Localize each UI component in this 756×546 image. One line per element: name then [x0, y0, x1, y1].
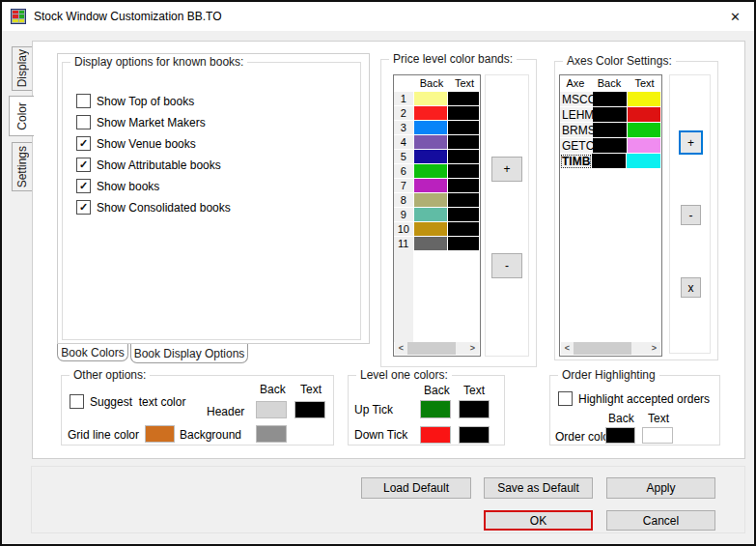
header-back-swatch[interactable]	[256, 401, 287, 418]
scroll-left-icon[interactable]: <	[395, 342, 407, 355]
scroll-right-icon[interactable]: >	[466, 342, 479, 355]
footer-panel: Load Default Save as Default Apply OK Ca…	[31, 466, 745, 533]
checkbox-show-market-makers[interactable]: Show Market Makers	[76, 115, 231, 129]
scroll-left-icon[interactable]: <	[561, 342, 574, 355]
price-bands-group: Price level color bands: Back Text 1 2 3…	[380, 59, 537, 367]
close-icon[interactable]: ✕	[730, 10, 741, 24]
text-swatch	[448, 92, 480, 106]
text-swatch	[628, 107, 661, 123]
ok-button[interactable]: OK	[484, 510, 593, 531]
checkbox-suggest-text-color[interactable]: Suggest text color	[70, 394, 185, 409]
order-text-swatch[interactable]	[642, 427, 673, 444]
axes-settings-group: Axes Color Settings: Axe Back Text MSCO …	[554, 61, 718, 360]
grid-line-color-swatch[interactable]	[145, 425, 175, 443]
scroll-thumb[interactable]	[574, 342, 631, 355]
tab-display[interactable]: Display	[12, 46, 33, 91]
table-row[interactable]: 3	[394, 121, 480, 135]
order-back-swatch[interactable]	[605, 427, 635, 444]
table-row[interactable]: 7	[394, 179, 480, 193]
checkbox-show-venue-books[interactable]: ✓Show Venue books	[76, 136, 231, 151]
text-swatch	[448, 135, 480, 150]
axes-add-button[interactable]: +	[679, 130, 703, 155]
price-bands-button-panel: + -	[485, 74, 529, 357]
back-swatch	[414, 106, 448, 121]
title-bar: Stock Window Customization BB.TO ✕	[2, 2, 754, 31]
checkbox-box	[76, 94, 91, 108]
down-tick-text-swatch[interactable]	[459, 426, 490, 444]
back-swatch	[593, 107, 628, 123]
checkbox-highlight-accepted-orders[interactable]: Highlight accepted orders	[558, 391, 710, 406]
table-row[interactable]: LEHM	[560, 107, 661, 123]
tab-color[interactable]: Color	[9, 96, 34, 136]
color-tab-page: Display options for known books: Show To…	[32, 41, 745, 459]
checkbox-show-attributable-books[interactable]: ✓Show Attributable books	[76, 158, 231, 172]
table-row[interactable]: 5	[394, 150, 480, 164]
checkbox-box	[558, 391, 573, 406]
checkbox-box	[70, 394, 84, 409]
price-band-add-button[interactable]: +	[491, 157, 522, 182]
axes-settings-group-title: Axes Color Settings:	[563, 54, 676, 68]
load-default-button[interactable]: Load Default	[361, 477, 471, 499]
table-row[interactable]: 10	[394, 222, 480, 237]
other-options-group-title: Other options:	[70, 368, 150, 382]
price-band-remove-button[interactable]: -	[491, 253, 522, 278]
text-swatch	[628, 123, 661, 138]
axes-remove-button[interactable]: -	[681, 205, 701, 225]
table-row selected-row[interactable]: TIMB	[560, 154, 661, 169]
checkbox-show-books[interactable]: ✓Show books	[76, 179, 231, 193]
column-header-text: Text	[648, 412, 669, 425]
back-swatch	[593, 138, 628, 154]
checkbox-show-consolidated-books[interactable]: ✓Show Consolidated books	[76, 200, 231, 215]
axes-table[interactable]: Axe Back Text MSCO LEHM BRMS GETC TIMB <…	[559, 74, 662, 357]
text-swatch	[448, 106, 480, 121]
price-bands-group-title: Price level color bands:	[389, 52, 517, 66]
back-swatch	[592, 154, 628, 169]
app-icon	[11, 9, 26, 24]
table-row[interactable]: 1	[394, 92, 480, 106]
text-swatch	[628, 92, 661, 107]
book-options-group: Display options for known books: Show To…	[62, 62, 361, 340]
axes-button-panel: + - x	[669, 74, 711, 354]
column-header-back: Back	[260, 383, 286, 396]
cancel-button[interactable]: Cancel	[606, 510, 715, 531]
tab-settings[interactable]: Settings	[12, 142, 33, 191]
up-tick-label: Up Tick	[354, 403, 393, 417]
column-header-text: Text	[300, 383, 322, 396]
text-swatch	[448, 193, 480, 208]
down-tick-back-swatch[interactable]	[420, 426, 451, 444]
window-title: Stock Window Customization BB.TO	[34, 10, 222, 23]
column-header-back: Back	[608, 412, 634, 425]
checkbox-show-top-of-books[interactable]: Show Top of books	[76, 94, 231, 108]
scroll-thumb[interactable]	[407, 342, 456, 355]
back-swatch	[414, 135, 448, 150]
level-one-group-title: Level one colors:	[356, 368, 452, 382]
background-label: Background	[180, 428, 241, 442]
price-bands-hscrollbar[interactable]: < >	[395, 342, 479, 355]
axes-hscrollbar[interactable]: < >	[561, 342, 660, 355]
price-bands-table[interactable]: Back Text 1 2 3 4 5 6 7 8 9 10 11	[393, 74, 481, 357]
table-row[interactable]: 2	[394, 106, 480, 121]
background-swatch[interactable]	[256, 425, 287, 443]
scroll-right-icon[interactable]: >	[648, 342, 660, 355]
back-swatch	[593, 123, 628, 138]
table-row[interactable]: 4	[394, 135, 480, 150]
back-swatch	[414, 121, 448, 135]
table-row[interactable]: 9	[394, 208, 480, 222]
header-text-swatch[interactable]	[294, 401, 325, 418]
back-swatch	[593, 92, 628, 107]
tab-book-display-options[interactable]: Book Display Options	[130, 344, 248, 363]
up-tick-text-swatch[interactable]	[459, 400, 490, 418]
apply-button[interactable]: Apply	[606, 477, 715, 499]
table-row[interactable]: 11	[394, 237, 480, 251]
save-as-default-button[interactable]: Save as Default	[484, 477, 593, 499]
table-row[interactable]: GETC	[560, 138, 661, 154]
table-row[interactable]: 8	[394, 193, 480, 208]
table-row[interactable]: BRMS	[560, 123, 661, 138]
up-tick-back-swatch[interactable]	[420, 400, 451, 418]
grid-line-color-label: Grid line color	[68, 428, 139, 442]
table-row[interactable]: MSCO	[560, 92, 661, 107]
tab-book-colors[interactable]: Book Colors	[57, 344, 128, 361]
order-highlighting-group-title: Order Highlighting	[558, 368, 659, 382]
table-row[interactable]: 6	[394, 164, 480, 179]
axes-delete-button[interactable]: x	[681, 277, 701, 298]
